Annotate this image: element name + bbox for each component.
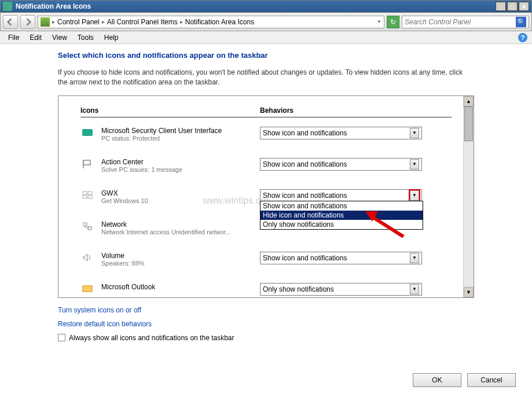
svg-rect-1 bbox=[83, 192, 87, 194]
help-icon[interactable]: ? bbox=[518, 33, 527, 42]
outlook-icon bbox=[80, 283, 94, 294]
chevron-icon: ▸ bbox=[180, 19, 183, 25]
row-title: GWX bbox=[101, 189, 260, 197]
chevron-icon: ▸ bbox=[102, 19, 105, 25]
menu-help[interactable]: Help bbox=[100, 32, 123, 43]
select-value: Show icon and notifications bbox=[263, 160, 410, 168]
select-value: Only show notifications bbox=[263, 285, 410, 293]
icon-row: Action Center Solve PC issues: 1 message… bbox=[80, 158, 452, 178]
folder-icon bbox=[41, 17, 50, 27]
content-area: Select which icons and notifications app… bbox=[0, 44, 532, 349]
window-title: Notification Area Icons bbox=[16, 2, 496, 10]
scroll-up-button[interactable]: ▲ bbox=[464, 96, 474, 106]
always-show-label: Always show all icons and notifications … bbox=[69, 334, 234, 342]
behavior-select[interactable]: Show icon and notifications ▼ bbox=[260, 127, 422, 139]
column-headers: Icons Behaviors bbox=[80, 106, 452, 117]
link-system-icons[interactable]: Turn system icons on or off bbox=[58, 306, 474, 314]
window-icon bbox=[3, 2, 12, 11]
dropdown-arrow-icon: ▼ bbox=[410, 159, 419, 170]
maximize-button[interactable]: □ bbox=[507, 2, 518, 11]
network-icon bbox=[80, 220, 94, 232]
icon-row: Microsoft Security Client User Interface… bbox=[80, 127, 452, 146]
svg-rect-5 bbox=[83, 223, 87, 226]
minimize-button[interactable]: _ bbox=[496, 2, 506, 11]
cancel-button[interactable]: Cancel bbox=[467, 373, 516, 387]
breadcrumb-seg-3[interactable]: Notification Area Icons bbox=[185, 18, 254, 26]
row-title: Volume bbox=[101, 252, 260, 260]
row-subtitle: PC status: Protected bbox=[101, 135, 260, 142]
dropdown-arrow-icon: ▼ bbox=[410, 284, 419, 294]
address-dropdown-icon[interactable]: ▼ bbox=[377, 19, 381, 24]
page-heading: Select which icons and notifications app… bbox=[58, 51, 474, 60]
forward-button[interactable] bbox=[20, 15, 35, 29]
svg-rect-0 bbox=[82, 129, 93, 136]
dropdown-arrow-icon: ▼ bbox=[410, 253, 419, 263]
row-title: Microsoft Outlook bbox=[101, 283, 260, 291]
scroll-down-button[interactable]: ▼ bbox=[464, 287, 474, 297]
svg-rect-2 bbox=[88, 192, 92, 194]
back-button[interactable] bbox=[3, 15, 18, 29]
dropdown-arrow-icon: ▼ bbox=[410, 128, 419, 138]
behavior-select[interactable]: Show icon and notifications ▼ bbox=[260, 158, 422, 171]
volume-icon bbox=[80, 252, 94, 263]
page-description: If you choose to hide icons and notifica… bbox=[58, 68, 474, 87]
search-icon[interactable]: 🔍 bbox=[516, 17, 526, 27]
always-show-checkbox[interactable] bbox=[58, 334, 65, 341]
search-box[interactable]: 🔍 bbox=[402, 16, 529, 28]
menu-view[interactable]: View bbox=[47, 32, 72, 43]
row-title: Action Center bbox=[101, 158, 260, 166]
select-value: Show icon and notifications bbox=[263, 254, 410, 262]
behavior-select[interactable]: Show icon and notifications ▼ bbox=[260, 252, 422, 264]
col-header-icons: Icons bbox=[80, 106, 260, 115]
select-value: Show icon and notifications bbox=[263, 192, 410, 200]
select-value: Show icon and notifications bbox=[263, 129, 410, 137]
row-title: Microsoft Security Client User Interface bbox=[101, 127, 260, 135]
titlebar: Notification Area Icons _ □ ✕ bbox=[0, 0, 532, 13]
behavior-select-open[interactable]: Show icon and notifications ▼ bbox=[260, 189, 422, 202]
row-subtitle: Get Windows 10 bbox=[101, 197, 260, 204]
menu-edit[interactable]: Edit bbox=[25, 32, 46, 43]
breadcrumb-seg-1[interactable]: Control Panel bbox=[57, 18, 100, 26]
footer-buttons: OK Cancel bbox=[413, 373, 516, 387]
menu-file[interactable]: File bbox=[3, 32, 24, 43]
refresh-button[interactable]: ↻ bbox=[387, 16, 399, 28]
chevron-icon: ▸ bbox=[52, 19, 55, 25]
address-bar[interactable]: ▸ Control Panel ▸ All Control Panel Item… bbox=[38, 16, 384, 28]
svg-rect-3 bbox=[83, 196, 87, 198]
search-input[interactable] bbox=[405, 18, 516, 26]
action-center-icon bbox=[80, 158, 94, 170]
dropdown-arrow-icon: ▼ bbox=[410, 190, 419, 201]
ok-button[interactable]: OK bbox=[413, 373, 461, 387]
scroll-thumb[interactable] bbox=[464, 106, 473, 141]
link-restore-defaults[interactable]: Restore default icon behaviors bbox=[58, 320, 474, 328]
gwx-icon bbox=[80, 189, 94, 201]
icons-panel: Icons Behaviors Microsoft Security Clien… bbox=[58, 95, 474, 298]
breadcrumb-seg-2[interactable]: All Control Panel Items bbox=[107, 18, 178, 26]
behavior-select[interactable]: Only show notifications ▼ bbox=[260, 283, 422, 296]
icon-row: Volume Speakers: 88% Show icon and notif… bbox=[80, 252, 452, 271]
scrollbar[interactable]: ▲ ▼ bbox=[463, 96, 474, 297]
row-subtitle: Network Internet access Unidentified net… bbox=[101, 229, 260, 235]
svg-rect-7 bbox=[83, 286, 92, 292]
menu-bar: File Edit View Tools Help ? bbox=[0, 31, 532, 44]
col-header-behaviors: Behaviors bbox=[260, 106, 452, 115]
row-subtitle: Solve PC issues: 1 message bbox=[101, 166, 260, 173]
security-client-icon bbox=[80, 127, 94, 138]
icon-row: Microsoft Outlook Only show notification… bbox=[80, 283, 452, 298]
row-subtitle: Speakers: 88% bbox=[101, 260, 260, 267]
row-title: Network bbox=[101, 220, 260, 229]
annotation-arrow-icon bbox=[364, 209, 405, 240]
icon-row: GWX Get Windows 10 Show icon and notific… bbox=[80, 189, 452, 209]
close-button[interactable]: ✕ bbox=[519, 2, 529, 11]
nav-toolbar: ▸ Control Panel ▸ All Control Panel Item… bbox=[0, 13, 532, 31]
svg-rect-4 bbox=[88, 196, 92, 198]
menu-tools[interactable]: Tools bbox=[73, 32, 98, 43]
